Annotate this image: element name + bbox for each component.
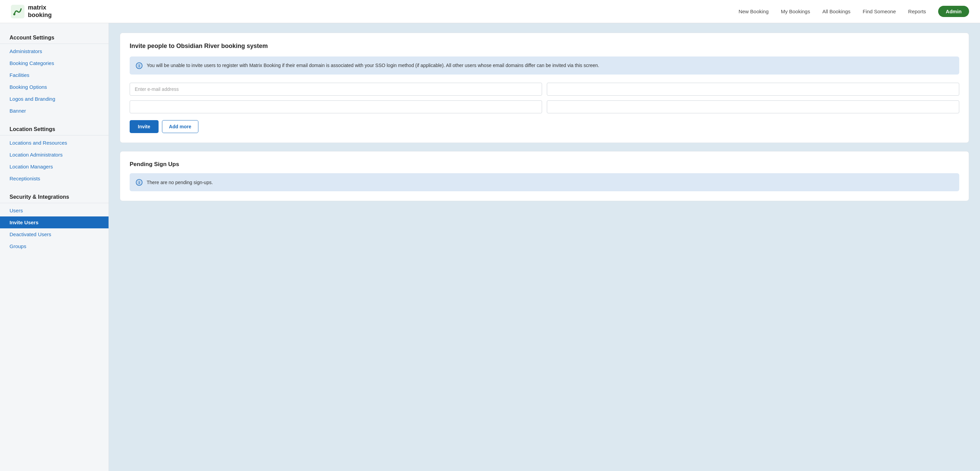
add-more-button[interactable]: Add more xyxy=(162,120,198,133)
security-integrations-title: Security & Integrations xyxy=(0,191,108,203)
logo-text: matrix booking xyxy=(28,4,52,19)
logos-branding-link[interactable]: Logos and Branding xyxy=(0,93,108,105)
my-bookings-link[interactable]: My Bookings xyxy=(781,8,810,14)
pending-info-text: There are no pending sign-ups. xyxy=(147,180,213,185)
field-4[interactable] xyxy=(547,100,959,113)
location-administrators-link[interactable]: Location Administrators xyxy=(0,149,108,161)
invite-info-box: i You will be unable to invite users to … xyxy=(130,56,959,75)
pending-card: Pending Sign Ups i There are no pending … xyxy=(120,151,969,201)
pending-info-box: i There are no pending sign-ups. xyxy=(130,173,959,191)
sidebar: Account Settings Administrators Booking … xyxy=(0,23,109,471)
logo-area: matrix booking xyxy=(11,4,52,19)
invite-info-text: You will be unable to invite users to re… xyxy=(147,62,599,69)
svg-text:i: i xyxy=(138,64,140,68)
deactivated-users-link[interactable]: Deactivated Users xyxy=(0,228,108,240)
pending-title: Pending Sign Ups xyxy=(130,161,959,168)
svg-point-1 xyxy=(13,13,15,15)
users-link[interactable]: Users xyxy=(0,205,108,216)
invite-title: Invite people to Obsidian River booking … xyxy=(130,43,959,50)
new-booking-link[interactable]: New Booking xyxy=(738,8,768,14)
location-managers-link[interactable]: Location Managers xyxy=(0,161,108,173)
invite-btn-row: Invite Add more xyxy=(130,120,959,133)
main-content: Invite people to Obsidian River booking … xyxy=(109,23,980,471)
facilities-link[interactable]: Facilities xyxy=(0,69,108,81)
pending-info-icon: i xyxy=(136,179,143,186)
booking-options-link[interactable]: Booking Options xyxy=(0,81,108,93)
invite-users-link[interactable]: Invite Users xyxy=(0,216,108,228)
reports-link[interactable]: Reports xyxy=(908,8,926,14)
invite-card: Invite people to Obsidian River booking … xyxy=(120,33,969,143)
admin-button[interactable]: Admin xyxy=(938,6,969,17)
invite-button[interactable]: Invite xyxy=(130,120,159,133)
receptionists-link[interactable]: Receptionists xyxy=(0,173,108,185)
location-settings-title: Location Settings xyxy=(0,123,108,135)
locations-resources-link[interactable]: Locations and Resources xyxy=(0,137,108,149)
page-body: Account Settings Administrators Booking … xyxy=(0,23,980,471)
all-bookings-link[interactable]: All Bookings xyxy=(822,8,851,14)
administrators-link[interactable]: Administrators xyxy=(0,45,108,57)
field-3[interactable] xyxy=(130,100,542,113)
groups-link[interactable]: Groups xyxy=(0,240,108,252)
banner-link[interactable]: Banner xyxy=(0,105,108,117)
find-someone-link[interactable]: Find Someone xyxy=(862,8,896,14)
nav-links: New Booking My Bookings All Bookings Fin… xyxy=(738,6,969,17)
top-navigation: matrix booking New Booking My Bookings A… xyxy=(0,0,980,23)
svg-text:i: i xyxy=(138,180,140,185)
email-input[interactable] xyxy=(130,83,542,95)
booking-categories-link[interactable]: Booking Categories xyxy=(0,57,108,69)
info-icon: i xyxy=(136,62,143,69)
account-settings-title: Account Settings xyxy=(0,31,108,44)
field-2[interactable] xyxy=(547,83,959,95)
matrix-booking-logo-icon xyxy=(11,5,24,18)
invite-form-grid xyxy=(130,83,959,113)
